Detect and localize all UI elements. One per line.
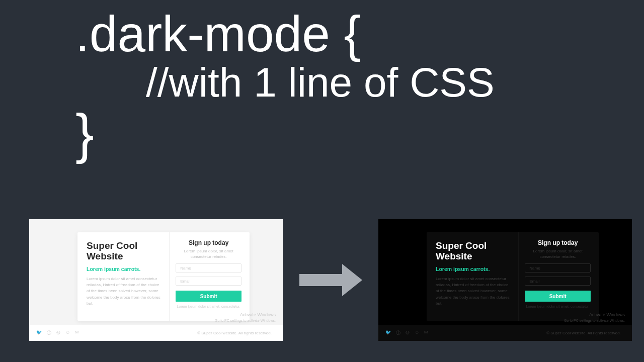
card-left-column: Super Cool Website Lorem ipsum carrots. …	[427, 232, 518, 321]
instagram-icon[interactable]: ◎	[56, 330, 60, 336]
activate-line1: Activate Windows	[564, 312, 625, 318]
arrow-icon	[299, 264, 362, 296]
card-right-column: Sign up today Lorem ipsum dolor, sit ame…	[169, 232, 250, 321]
email-placeholder: Email	[180, 279, 190, 284]
email-field[interactable]: Email	[525, 277, 591, 286]
form-subheading: Lorem ipsum dolor, sit amet consectetur …	[176, 248, 242, 259]
form-heading: Sign up today	[176, 239, 242, 246]
site-footer: 🐦 ⓕ ◎ ☺ ✉ © Super Cool website. All righ…	[378, 325, 632, 341]
site-card: Super Cool Website Lorem ipsum carrots. …	[77, 232, 250, 321]
arrow-head	[342, 264, 362, 296]
site-footer: 🐦 ⓕ ◎ ☺ ✉ © Super Cool website. All righ…	[29, 325, 283, 341]
social-icons: 🐦 ⓕ ◎ ☺ ✉	[36, 330, 79, 336]
form-footnote: Lorem ipsum dolor sit amet, consectetur.	[176, 305, 242, 308]
site-title: Super Cool Website	[87, 240, 162, 262]
name-field[interactable]: Name	[525, 263, 591, 273]
email-icon[interactable]: ✉	[424, 330, 428, 336]
facebook-icon[interactable]: ⓕ	[47, 330, 51, 336]
form-heading: Sign up today	[525, 239, 591, 246]
site-card: Super Cool Website Lorem ipsum carrots. …	[427, 232, 599, 321]
submit-button[interactable]: Submit	[525, 291, 591, 302]
snapchat-icon[interactable]: ☺	[65, 330, 70, 336]
activate-line1: Activate Windows	[215, 312, 276, 318]
email-field[interactable]: Email	[176, 277, 242, 286]
light-mode-thumbnail: Super Cool Website Lorem ipsum carrots. …	[29, 219, 283, 341]
name-placeholder: Name	[180, 266, 191, 270]
twitter-icon[interactable]: 🐦	[36, 330, 42, 336]
form-subheading: Lorem ipsum dolor, sit amet consectetur …	[525, 248, 591, 259]
card-right-column: Sign up today Lorem ipsum dolor, sit ame…	[518, 232, 599, 321]
email-placeholder: Email	[529, 279, 539, 284]
form-footnote: Lorem ipsum dolor sit amet, consectetur.	[525, 305, 591, 308]
dark-mode-thumbnail: Super Cool Website Lorem ipsum carrots. …	[378, 219, 632, 341]
card-left-column: Super Cool Website Lorem ipsum carrots. …	[77, 232, 169, 321]
submit-button[interactable]: Submit	[176, 291, 242, 302]
site-description: Lorem ipsum dolor sit amet consectetur r…	[436, 276, 511, 307]
name-field[interactable]: Name	[176, 263, 242, 273]
snapchat-icon[interactable]: ☺	[415, 330, 419, 336]
code-line-comment: //with 1 line of CSS	[146, 59, 495, 106]
activate-windows-watermark: Activate Windows Go to PC settings to ac…	[564, 312, 625, 323]
instagram-icon[interactable]: ◎	[406, 330, 410, 336]
code-heading: .dark-mode { //with 1 line of CSS }	[75, 5, 495, 165]
code-line-brace: }	[75, 101, 495, 165]
facebook-icon[interactable]: ⓕ	[396, 330, 400, 336]
activate-line2: Go to PC settings to activate Windows.	[564, 318, 625, 323]
name-placeholder: Name	[529, 266, 540, 270]
copyright-text: © Super Cool website. All rights reserve…	[197, 331, 272, 335]
arrow-shaft	[299, 274, 342, 286]
code-line-selector: .dark-mode {	[75, 5, 495, 63]
site-title: Super Cool Website	[436, 240, 511, 262]
twitter-icon[interactable]: 🐦	[385, 330, 391, 336]
email-icon[interactable]: ✉	[75, 330, 79, 336]
site-subtitle: Lorem ipsum carrots.	[436, 266, 511, 272]
copyright-text: © Super Cool website. All rights reserve…	[546, 331, 621, 335]
activate-windows-watermark: Activate Windows Go to PC settings to ac…	[215, 312, 276, 323]
site-subtitle: Lorem ipsum carrots.	[87, 266, 162, 272]
activate-line2: Go to PC settings to activate Windows.	[215, 318, 276, 323]
social-icons: 🐦 ⓕ ◎ ☺ ✉	[385, 330, 428, 336]
site-description: Lorem ipsum dolor sit amet consectetur r…	[87, 276, 162, 307]
